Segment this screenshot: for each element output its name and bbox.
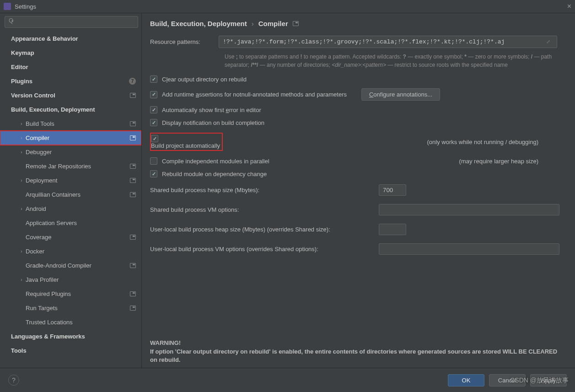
checkbox[interactable]	[151, 135, 158, 142]
chevron-right-icon[interactable]: ›	[19, 121, 24, 126]
checkbox-label[interactable]: Automatically show first error in editor	[162, 107, 261, 113]
warning-block: WARNING! If option 'Clear output directo…	[150, 339, 566, 364]
field-label: Shared build process heap size (Mbytes):	[150, 187, 379, 193]
chevron-right-icon[interactable]: ›	[19, 150, 24, 155]
chevron-right-icon[interactable]: ›	[10, 36, 15, 41]
sidebar-item-run-targets[interactable]: Run Targets	[0, 301, 141, 315]
sidebar-item-gradle-android-compiler[interactable]: Gradle-Android Compiler	[0, 258, 141, 273]
sidebar-item-java-profiler[interactable]: ›Java Profiler	[0, 273, 141, 287]
option-hint: (may require larger heap size)	[459, 158, 566, 165]
tree-item-label: Required Plugins	[26, 290, 71, 297]
cancel-button[interactable]: Cancel	[489, 374, 526, 387]
project-scope-icon	[130, 178, 136, 183]
close-icon[interactable]: ×	[567, 2, 571, 11]
chevron-right-icon[interactable]: ›	[10, 93, 15, 98]
chevron-right-icon[interactable]: ›	[19, 249, 24, 254]
checkbox-label[interactable]: Compile independent modules in parallel	[162, 158, 269, 165]
chevron-right-icon[interactable]: ›	[19, 135, 24, 140]
checkbox-label[interactable]: Add runtime assertions for notnull-annot…	[162, 91, 347, 98]
field-input[interactable]	[379, 243, 559, 255]
project-scope-icon	[130, 192, 136, 197]
sidebar-item-coverage[interactable]: Coverage	[0, 230, 141, 244]
help-button[interactable]: ?	[8, 375, 19, 386]
chevron-right-icon[interactable]: ›	[10, 334, 15, 339]
checkbox[interactable]	[150, 157, 157, 165]
chevron-right-icon[interactable]: ›	[10, 64, 15, 70]
checkbox[interactable]	[150, 106, 157, 113]
sidebar-item-android[interactable]: ›Android	[0, 202, 141, 216]
apply-button[interactable]: Apply	[530, 374, 567, 387]
field-input[interactable]	[379, 204, 559, 215]
breadcrumb: Build, Execution, Deployment › Compiler	[150, 18, 566, 36]
project-scope-icon	[130, 235, 136, 240]
chevron-right-icon[interactable]: ›	[19, 277, 24, 282]
tree-item-label: Build Tools	[26, 120, 54, 127]
tree-item-label: Version Control	[11, 92, 55, 99]
sidebar-item-arquillian-containers[interactable]: Arquillian Containers	[0, 188, 141, 202]
resource-patterns-label: Resource patterns:	[150, 38, 219, 45]
chevron-right-icon[interactable]: ›	[10, 348, 15, 353]
sidebar-item-compiler[interactable]: ›Compiler	[0, 131, 141, 145]
checkbox-label[interactable]: Build project automatically	[151, 142, 220, 149]
checkbox[interactable]	[150, 119, 157, 126]
field-label: User-local build process VM options (ove…	[150, 246, 379, 252]
checkbox-label[interactable]: Display notification on build completion	[162, 119, 264, 126]
configure-annotations-button[interactable]: Configure annotations...	[361, 88, 440, 101]
search-dropdown-icon[interactable]: ▾	[11, 19, 14, 23]
sidebar-item-languages-frameworks[interactable]: ›Languages & Frameworks	[0, 329, 141, 344]
ok-button[interactable]: OK	[448, 374, 484, 387]
warning-title: WARNING!	[150, 339, 181, 346]
sidebar-item-build-execution-deployment[interactable]: ⌄Build, Execution, Deployment	[0, 102, 141, 117]
dialog-footer: ? OK Cancel Apply	[0, 368, 575, 392]
sidebar-item-docker[interactable]: ›Docker	[0, 244, 141, 258]
warning-body: If option 'Clear output directory on reb…	[150, 348, 557, 363]
tree-item-label: Languages & Frameworks	[11, 333, 85, 340]
chevron-down-icon[interactable]: ⌄	[10, 107, 15, 112]
sidebar-item-keymap[interactable]: Keymap	[0, 46, 141, 60]
checkbox[interactable]	[150, 170, 157, 177]
field-input[interactable]	[379, 184, 406, 196]
search-input[interactable]: Q▾	[5, 16, 138, 28]
sidebar-item-deployment[interactable]: ›Deployment	[0, 173, 141, 188]
tree-item-label: Application Servers	[26, 220, 77, 226]
badge: 7	[129, 78, 136, 85]
tree-item-label: Keymap	[11, 49, 34, 56]
settings-content: Build, Execution, Deployment › Compiler …	[142, 13, 575, 368]
field-label: User-local build process heap size (Mbyt…	[150, 226, 379, 233]
tree-item-label: Android	[26, 205, 46, 212]
checkbox[interactable]	[150, 75, 157, 83]
tree-item-label: Gradle-Android Compiler	[26, 262, 91, 269]
app-icon	[4, 3, 11, 10]
field-input[interactable]	[379, 224, 406, 235]
chevron-right-icon[interactable]: ›	[19, 178, 24, 183]
checkbox-label[interactable]: Clear output directory on rebuild	[162, 76, 247, 83]
chevron-right-icon[interactable]: ›	[19, 206, 24, 211]
sidebar-item-trusted-locations[interactable]: Trusted Locations	[0, 315, 141, 329]
tree-item-label: Remote Jar Repositories	[26, 163, 91, 170]
tree-item-label: Deployment	[26, 177, 57, 184]
option-hint: (only works while not running / debuggin…	[427, 139, 566, 145]
sidebar-item-required-plugins[interactable]: Required Plugins	[0, 287, 141, 301]
sidebar-item-remote-jar-repositories[interactable]: Remote Jar Repositories	[0, 159, 141, 173]
checkbox[interactable]	[150, 91, 157, 98]
sidebar-item-application-servers[interactable]: Application Servers	[0, 216, 141, 230]
sidebar-item-version-control[interactable]: ›Version Control	[0, 88, 141, 102]
project-scope-icon	[130, 291, 136, 296]
window-title: Settings	[15, 3, 36, 10]
sidebar-item-debugger[interactable]: ›Debugger	[0, 145, 141, 159]
tree-item-label: Build, Execution, Deployment	[11, 106, 95, 113]
project-scope-icon	[130, 135, 136, 140]
tree-item-label: Java Profiler	[26, 276, 59, 283]
sidebar-item-tools[interactable]: ›Tools	[0, 344, 141, 358]
breadcrumb-parent[interactable]: Build, Execution, Deployment	[150, 20, 247, 27]
field-label: Shared build process VM options:	[150, 206, 379, 213]
resource-patterns-input[interactable]	[219, 36, 557, 48]
sidebar-item-plugins[interactable]: Plugins7	[0, 74, 141, 88]
titlebar: Settings ×	[0, 0, 575, 13]
project-scope-icon	[130, 164, 136, 169]
checkbox-label[interactable]: Rebuild module on dependency change	[162, 171, 267, 177]
sidebar-item-appearance-behavior[interactable]: ›Appearance & Behavior	[0, 32, 141, 46]
sidebar-item-editor[interactable]: ›Editor	[0, 60, 141, 74]
sidebar-item-build-tools[interactable]: ›Build Tools	[0, 117, 141, 131]
tree-item-label: Appearance & Behavior	[11, 35, 78, 42]
